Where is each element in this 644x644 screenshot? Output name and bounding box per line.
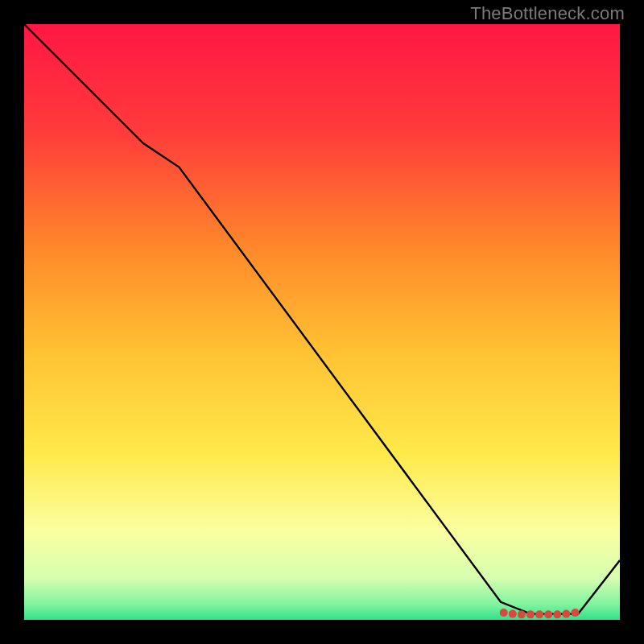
optimal-marker xyxy=(518,610,526,618)
optimal-marker xyxy=(553,610,561,618)
optimal-marker xyxy=(526,610,535,618)
optimal-marker xyxy=(535,610,543,618)
watermark-text: TheBottleneck.com xyxy=(470,3,625,24)
plot-svg xyxy=(24,24,620,620)
optimal-marker xyxy=(500,609,508,617)
chart-container: TheBottleneck.com xyxy=(0,0,644,644)
optimal-marker xyxy=(509,610,517,618)
optimal-marker xyxy=(544,610,552,618)
optimal-marker xyxy=(572,609,580,617)
optimal-marker xyxy=(562,610,570,618)
